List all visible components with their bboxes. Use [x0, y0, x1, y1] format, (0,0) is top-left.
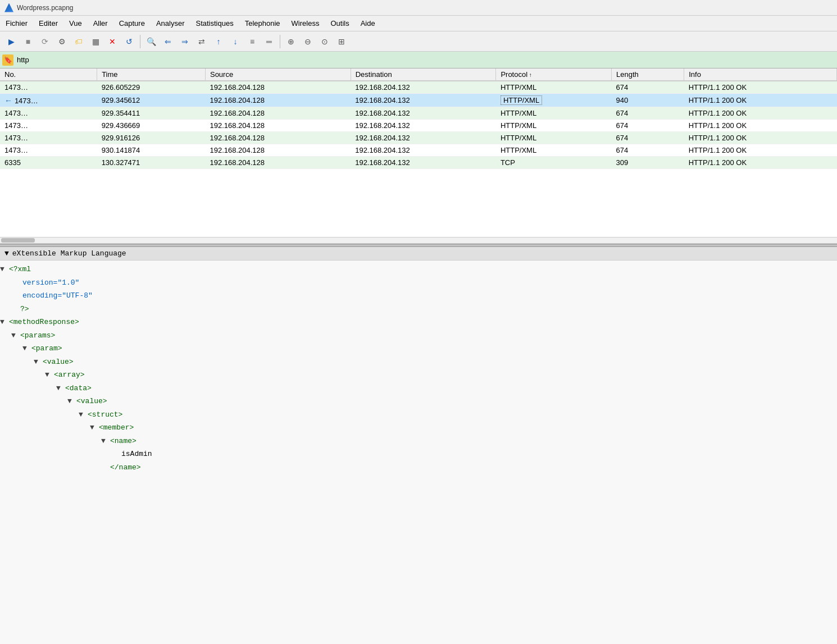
xml-tree-node[interactable]: ▼ <params> — [0, 329, 837, 342]
new-capture-button[interactable]: ▶ — [3, 34, 19, 49]
xml-toggle-icon[interactable]: ▼ — [79, 409, 88, 421]
xml-tree-node[interactable]: ▼ <value> — [0, 395, 837, 408]
menu-bar: FichierEditerVueAllerCaptureAnalyserStat… — [0, 16, 837, 31]
xml-tree-node[interactable]: ▼ <data> — [0, 382, 837, 395]
xml-indent-spacer — [11, 409, 22, 421]
xml-indent-spacer — [0, 330, 11, 341]
xml-tree: ▼ <?xml version="1.0" encoding="UTF-8" ?… — [0, 261, 837, 476]
xml-toggle-icon[interactable]: ▼ — [0, 317, 9, 328]
bottom-button[interactable]: ↓ — [228, 34, 243, 49]
xml-tree-node[interactable]: ▼ <array> — [0, 368, 837, 382]
menu-item-aide[interactable]: Aide — [355, 17, 381, 29]
xml-section-toggle[interactable]: ▼ — [4, 249, 9, 258]
detail-panel: ▼ eXtensible Markup Language ▼ <?xml ver… — [0, 247, 837, 644]
xml-node-content: ?> — [20, 304, 29, 315]
filter-bar: 🔖 — [0, 52, 837, 68]
xml-indent-spacer — [101, 449, 112, 460]
resize-button[interactable]: ⊞ — [334, 34, 349, 49]
zoom-in-button[interactable]: ⊕ — [283, 34, 299, 49]
menu-item-analyser[interactable]: Analyser — [151, 17, 190, 29]
xml-indent-spacer — [45, 436, 56, 447]
zoom-fit-button[interactable]: ⊙ — [317, 34, 333, 49]
xml-tree-node[interactable]: ▼ <methodResponse> — [0, 316, 837, 329]
stop-capture-button[interactable]: ■ — [20, 34, 36, 49]
xml-toggle-icon[interactable]: ▼ — [22, 343, 31, 354]
xml-tree-node[interactable]: ?> — [0, 303, 837, 316]
horizontal-scrollbar[interactable] — [0, 237, 837, 244]
grid-button[interactable]: ▦ — [88, 34, 103, 49]
menu-item-telephonie[interactable]: Telephonie — [239, 17, 286, 29]
table-row[interactable]: 1473…929.354411192.168.204.128192.168.20… — [0, 107, 837, 120]
xml-toggle-icon[interactable]: ▼ — [101, 436, 110, 447]
table-row[interactable]: 1473…926.605229192.168.204.128192.168.20… — [0, 81, 837, 94]
xml-toggle-icon[interactable]: ▼ — [67, 396, 76, 407]
top-button[interactable]: ↑ — [211, 34, 226, 49]
bookmark-button[interactable]: 🏷 — [71, 34, 87, 49]
menu-item-aller[interactable]: Aller — [88, 17, 113, 29]
xml-toggle-icon[interactable]: ▼ — [34, 357, 43, 368]
table-row[interactable]: 6335130.327471192.168.204.128192.168.204… — [0, 157, 837, 169]
menu-item-statistiques[interactable]: Statistiques — [190, 17, 239, 29]
xml-indent-spacer — [56, 422, 67, 433]
auto-scroll-button[interactable]: ═ — [261, 34, 277, 49]
xml-indent-spacer — [34, 383, 45, 394]
packet-info: HTTP/1.1 200 OK — [684, 107, 837, 120]
xml-node-content: <struct> — [88, 409, 122, 421]
packet-info: HTTP/1.1 200 OK — [684, 144, 837, 157]
go-button[interactable]: ⇄ — [194, 34, 210, 49]
xml-tree-node[interactable]: ▼ <param> — [0, 342, 837, 355]
xml-tree-node[interactable]: </name> — [0, 461, 837, 474]
xml-indent-spacer — [0, 396, 11, 407]
xml-tree-node[interactable]: version="1.0" — [0, 276, 837, 290]
menu-item-vue[interactable]: Vue — [63, 17, 88, 29]
prev-button[interactable]: ⇐ — [160, 34, 176, 49]
table-row[interactable]: 1473…929.436669192.168.204.128192.168.20… — [0, 120, 837, 132]
xml-toggle-icon[interactable]: ▼ — [56, 383, 65, 394]
menu-item-wireless[interactable]: Wireless — [286, 17, 325, 29]
table-row[interactable]: 1473…929.916126192.168.204.128192.168.20… — [0, 132, 837, 144]
menu-item-capture[interactable]: Capture — [113, 17, 151, 29]
zoom-out-button[interactable]: ⊖ — [300, 34, 316, 49]
close-button[interactable]: ✕ — [104, 34, 120, 49]
xml-tree-node[interactable]: isAdmin — [0, 447, 837, 461]
find-button[interactable]: 🔍 — [143, 34, 159, 49]
col-header-no[interactable]: No. — [0, 68, 97, 81]
filter-input[interactable] — [17, 56, 835, 64]
table-row[interactable]: 1473…930.141874192.168.204.128192.168.20… — [0, 144, 837, 157]
colorize-button[interactable]: ≡ — [244, 34, 260, 49]
xml-indent-spacer — [0, 357, 11, 368]
col-header-source[interactable]: Source — [205, 68, 351, 81]
col-header-info[interactable]: Info — [684, 68, 837, 81]
col-header-destination[interactable]: Destination — [351, 68, 496, 81]
xml-node-content: <?xml — [9, 264, 31, 275]
packet-source: 192.168.204.128 — [205, 81, 351, 94]
xml-tree-node[interactable]: ▼ <value> — [0, 355, 837, 369]
xml-tree-node[interactable]: ▼ <?xml — [0, 263, 837, 276]
xml-toggle-icon[interactable]: ▼ — [0, 264, 9, 275]
xml-indent-spacer — [34, 396, 45, 407]
packet-source: 192.168.204.128 — [205, 132, 351, 144]
next-button[interactable]: ⇒ — [177, 34, 193, 49]
xml-tree-node[interactable]: ▼ <name> — [0, 435, 837, 448]
menu-item-editer[interactable]: Editer — [33, 17, 63, 29]
col-header-time[interactable]: Time — [97, 68, 206, 81]
reload-button[interactable]: ↺ — [121, 34, 137, 49]
packet-length: 674 — [611, 107, 684, 120]
xml-tree-node[interactable]: encoding="UTF-8" — [0, 289, 837, 303]
col-header-protocol[interactable]: Protocol ↑ — [496, 68, 612, 81]
xml-indent-spacer — [0, 436, 11, 447]
xml-indent-spacer — [45, 462, 56, 473]
xml-tree-node[interactable]: ▼ <struct> — [0, 408, 837, 422]
xml-toggle-icon[interactable]: ▼ — [45, 369, 54, 381]
col-header-length[interactable]: Length — [611, 68, 684, 81]
xml-toggle-icon[interactable]: ▼ — [11, 330, 20, 341]
table-row[interactable]: ← 1473…929.345612192.168.204.128192.168.… — [0, 94, 837, 107]
xml-toggle-icon[interactable]: ▼ — [90, 422, 99, 433]
menu-item-fichier[interactable]: Fichier — [0, 17, 33, 29]
open-capture-button[interactable]: ⟳ — [37, 34, 53, 49]
settings-button[interactable]: ⚙ — [54, 34, 70, 49]
menu-item-outils[interactable]: Outils — [325, 17, 354, 29]
scroll-thumb[interactable] — [1, 238, 35, 243]
xml-indent-spacer — [45, 449, 56, 460]
xml-tree-node[interactable]: ▼ <member> — [0, 421, 837, 435]
